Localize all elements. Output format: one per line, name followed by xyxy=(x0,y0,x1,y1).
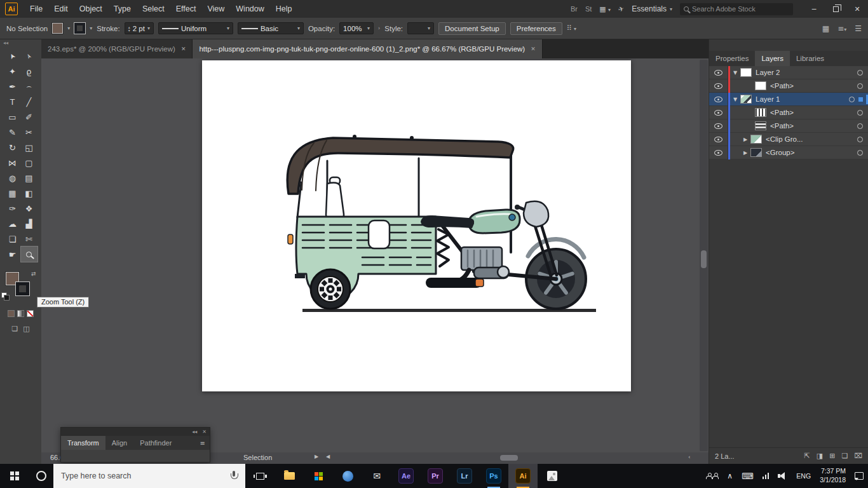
illustrator-button[interactable]: Ai xyxy=(508,464,538,488)
visibility-toggle[interactable] xyxy=(709,106,728,119)
stroke-label[interactable]: Stroke: xyxy=(97,25,119,32)
layer-name[interactable]: <Group> xyxy=(766,149,794,156)
cortana-button[interactable] xyxy=(29,464,53,488)
opacity-label[interactable]: Opacity: xyxy=(308,25,335,32)
selected-art-indicator[interactable] xyxy=(858,97,863,102)
tab-layers[interactable]: Layers xyxy=(755,51,790,66)
brush-definition-dropdown[interactable]: Basic ▾ xyxy=(238,22,304,34)
chevron-down-icon[interactable]: ▾ xyxy=(147,25,150,31)
language-button[interactable]: ENG xyxy=(792,464,815,488)
chevron-down-icon[interactable]: ▾ xyxy=(90,25,92,31)
lasso-tool[interactable]: ϱ xyxy=(21,64,37,79)
menu-object[interactable]: Object xyxy=(74,0,108,18)
show-hidden-icons-button[interactable]: ∧ xyxy=(722,464,737,488)
width-profile-dropdown[interactable]: Uniform ▾ xyxy=(158,22,233,34)
stock-button[interactable]: St xyxy=(585,5,592,13)
magic-wand-tool[interactable]: ✦ xyxy=(4,64,21,79)
delete-layer-icon[interactable]: ⌧ xyxy=(854,452,862,460)
target-circle-icon[interactable] xyxy=(857,123,863,129)
volume-button[interactable] xyxy=(773,464,792,488)
chevron-right-icon[interactable]: ▶ xyxy=(740,137,750,142)
color-mode-button[interactable] xyxy=(8,310,15,317)
layer-thumbnail[interactable] xyxy=(755,108,766,117)
layer-row[interactable]: ▶ <Group> xyxy=(709,146,868,159)
menu-file[interactable]: File xyxy=(24,0,48,18)
visibility-toggle[interactable] xyxy=(709,66,728,79)
eyedropper-tool[interactable]: ✑ xyxy=(4,201,21,216)
lightroom-button[interactable]: Lr xyxy=(450,464,479,488)
stepper-icon[interactable]: ▴▾ xyxy=(128,25,130,32)
target-circle-icon[interactable] xyxy=(857,137,863,142)
canvas[interactable] xyxy=(41,58,709,452)
zoom-tool[interactable] xyxy=(21,247,37,262)
artboard[interactable] xyxy=(202,60,631,391)
target-circle-icon[interactable] xyxy=(857,83,863,89)
taskbar-search-input[interactable] xyxy=(53,471,229,480)
panel-menu-icon[interactable]: ☰ xyxy=(855,24,862,33)
menu-type[interactable]: Type xyxy=(108,0,137,18)
action-center-button[interactable] xyxy=(850,464,868,488)
perspective-grid-tool[interactable]: ▤ xyxy=(21,170,37,186)
current-tool-status[interactable]: Selection xyxy=(243,454,272,461)
new-sublayer-icon[interactable]: ⊞ xyxy=(829,452,835,460)
layer-name[interactable]: <Path> xyxy=(770,82,794,90)
none-mode-button[interactable] xyxy=(27,310,34,317)
stroke-color-swatch[interactable] xyxy=(74,23,85,34)
target-circle-icon[interactable] xyxy=(857,70,863,76)
type-tool[interactable]: T xyxy=(4,94,21,109)
paintbrush-tool[interactable]: ✐ xyxy=(21,109,37,125)
tab-transform[interactable]: Transform xyxy=(61,436,105,450)
menu-window[interactable]: Window xyxy=(230,0,269,18)
layer-row[interactable]: ▶ <Clip Gro... xyxy=(709,133,868,146)
scroll-left-icon[interactable]: ‹ xyxy=(688,454,691,460)
stroke-weight-field[interactable]: ▴▾ 2 pt ▾ xyxy=(125,22,154,34)
people-button[interactable] xyxy=(702,464,722,488)
column-graph-tool[interactable]: ▟ xyxy=(21,216,37,231)
chevron-right-icon[interactable]: ▶ xyxy=(740,150,750,156)
chevron-down-icon[interactable]: ▼ xyxy=(730,97,740,102)
gradient-mode-button[interactable] xyxy=(17,310,24,317)
tab-properties[interactable]: Properties xyxy=(709,51,755,66)
close-tab-icon[interactable]: ✕ xyxy=(531,46,536,52)
bridge-button[interactable]: Br xyxy=(571,5,578,13)
new-layer-icon[interactable]: ❏ xyxy=(841,452,848,460)
layer-thumbnail[interactable] xyxy=(740,95,752,104)
visibility-toggle[interactable] xyxy=(709,133,728,146)
document-tab-1[interactable]: 243.eps* @ 200% (RGB/GPU Preview) ✕ xyxy=(41,39,193,58)
scale-tool[interactable]: ◱ xyxy=(21,140,37,155)
layer-row-selected[interactable]: ▼ Layer 1 xyxy=(709,93,868,106)
layer-row[interactable]: <Path> xyxy=(709,119,868,133)
photos-button[interactable] xyxy=(538,464,567,488)
restore-button[interactable] xyxy=(825,0,846,18)
minimize-button[interactable]: ─ xyxy=(803,0,825,18)
target-circle-icon[interactable] xyxy=(849,97,855,102)
panel-menu-icon[interactable]: ≡ xyxy=(196,436,210,450)
pencil-tool[interactable]: ✎ xyxy=(4,125,21,140)
blend-tool[interactable]: ❖ xyxy=(21,201,37,216)
menu-help[interactable]: Help xyxy=(270,0,298,18)
curvature-tool[interactable]: ⌢ xyxy=(21,79,37,94)
swap-fill-stroke-icon[interactable]: ⇄ xyxy=(31,271,36,277)
clock-button[interactable]: 7:37 PM 3/1/2018 xyxy=(815,464,850,488)
document-tab-2[interactable]: http---pluspng.com-img-png-tuk-tuk-png-o… xyxy=(193,39,542,58)
start-button[interactable] xyxy=(0,464,29,488)
tab-libraries[interactable]: Libraries xyxy=(790,51,831,66)
share-icon[interactable]: ✈ xyxy=(617,4,625,13)
layer-name[interactable]: <Path> xyxy=(770,122,794,130)
opacity-field[interactable]: 100% ▾ xyxy=(339,22,374,34)
panel-collapse-icon[interactable]: ◂◂ xyxy=(192,429,197,435)
browser-button[interactable] xyxy=(333,464,362,488)
draw-mode-icon[interactable]: ❏ xyxy=(11,325,18,333)
store-button[interactable] xyxy=(304,464,333,488)
scissors-tool[interactable]: ✂ xyxy=(21,125,37,140)
gradient-tool[interactable]: ◧ xyxy=(21,186,37,201)
preferences-button[interactable]: Preferences xyxy=(510,22,562,35)
shape-builder-tool[interactable]: ◍ xyxy=(4,170,21,186)
collect-export-icon[interactable]: ⇱ xyxy=(804,452,810,460)
task-view-button[interactable] xyxy=(245,464,275,488)
artboard-tool[interactable]: ❏ xyxy=(4,231,21,247)
layer-name[interactable]: <Clip Gro... xyxy=(766,135,803,143)
target-circle-icon[interactable] xyxy=(857,110,863,116)
taskbar-search[interactable] xyxy=(53,464,245,488)
visibility-toggle[interactable] xyxy=(709,146,728,159)
